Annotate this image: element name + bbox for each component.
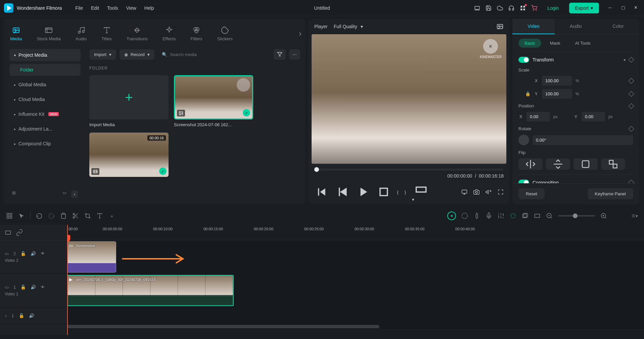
quality-dropdown[interactable]: Full Quality▾ [334, 24, 363, 29]
stop-button[interactable] [376, 185, 391, 199]
tab-transitions[interactable]: Transitions [124, 24, 150, 43]
zoom-out-button[interactable] [546, 212, 553, 219]
scale-x-input[interactable] [542, 76, 572, 86]
menu-tools[interactable]: Tools [107, 5, 118, 11]
split-button[interactable] [72, 212, 79, 219]
lock-icon[interactable]: 🔓 [19, 313, 24, 318]
display-button[interactable] [461, 189, 467, 195]
rotate-knob[interactable] [518, 135, 529, 145]
visibility-icon[interactable]: 👁 [41, 251, 45, 256]
sidebar-influence-kit[interactable]: ▸Influence KitNEW [9, 108, 81, 120]
sidebar-compound-clip[interactable]: ▸Compound Clip [9, 138, 81, 150]
keyframe-button[interactable] [629, 57, 634, 63]
snapshot-button[interactable] [496, 23, 504, 30]
headphone-icon[interactable] [508, 5, 514, 11]
text-button[interactable] [96, 212, 103, 219]
track-header-video-2[interactable]: ▭2 🔓 🔊 👁 Video 2 [0, 240, 67, 274]
layout-icon[interactable] [6, 212, 13, 219]
folder-icon[interactable]: ▭ [62, 190, 66, 198]
playhead[interactable] [67, 225, 68, 335]
clip-video[interactable]: km_20240706-1_1080p_30f_20240706_091515 … [67, 275, 234, 306]
keyframe-button[interactable] [629, 78, 634, 84]
save-icon[interactable] [486, 5, 492, 11]
track-header-video-1[interactable]: ▭1 🔓 🔊 👁 Video 1 [0, 274, 67, 307]
filter-icon[interactable] [274, 49, 286, 60]
reset-button[interactable]: Reset [518, 188, 545, 199]
voiceover-button[interactable] [486, 212, 492, 219]
track-video-2[interactable]: Screenshot ... ▭ [67, 240, 644, 274]
keyframe-button[interactable] [629, 91, 634, 97]
subtab-ai-tools[interactable]: AI Tools [569, 39, 597, 48]
clip-options-button[interactable]: ▾ [412, 182, 430, 202]
lock-icon[interactable]: 🔒 [525, 91, 531, 96]
tab-stickers[interactable]: Stickers [215, 24, 235, 43]
keyframe-button[interactable] [629, 180, 634, 183]
keyframe-panel-button[interactable]: Keyframe Panel [588, 188, 634, 199]
scrollbar-thumb[interactable] [67, 325, 379, 328]
mute-icon[interactable]: 🔊 [29, 313, 34, 318]
play-button[interactable] [356, 185, 370, 199]
zoom-slider[interactable] [558, 215, 595, 216]
render-button[interactable] [510, 212, 516, 219]
sidebar-adjustment-layer[interactable]: ▸Adjustment La... [9, 123, 81, 135]
track-header-audio-1[interactable]: ♪1 🔓 🔊 [0, 307, 67, 324]
zoom-in-button[interactable] [600, 212, 607, 219]
rotate-input[interactable] [533, 135, 633, 145]
visibility-icon[interactable]: 👁 [41, 285, 45, 290]
cart-icon[interactable] [531, 5, 537, 11]
timeline-options-icon[interactable] [5, 229, 11, 236]
apps-icon[interactable] [520, 5, 526, 11]
search-input[interactable] [170, 52, 266, 57]
cursor-icon[interactable] [18, 212, 25, 219]
device-icon[interactable] [474, 5, 480, 11]
prev-frame-button[interactable] [314, 185, 329, 199]
mute-icon[interactable]: 🔊 [31, 251, 36, 256]
timeline-ruler[interactable]: 00:00 00:00:05:00 00:00:10:00 00:00:15:0… [67, 225, 644, 240]
sidebar-cloud-media[interactable]: ▸Cloud Media [9, 93, 81, 105]
tabs-more-button[interactable]: › [299, 29, 302, 38]
transform-toggle[interactable] [518, 57, 529, 63]
props-tab-video[interactable]: Video [512, 19, 555, 34]
aspect-button[interactable] [534, 212, 541, 219]
menu-help[interactable]: Help [144, 5, 154, 11]
login-button[interactable]: Login [543, 3, 563, 13]
tab-effects[interactable]: Effects [160, 24, 179, 43]
export-button[interactable]: Export▾ [569, 3, 599, 13]
close-button[interactable]: ✕ [634, 5, 640, 11]
subtab-mask[interactable]: Mask [544, 39, 566, 48]
mark-out-button[interactable]: } [405, 190, 406, 195]
mute-icon[interactable]: 🔊 [31, 285, 36, 290]
flip-vertical-button[interactable] [546, 158, 570, 170]
collapse-sidebar-button[interactable]: ‹ [71, 190, 78, 198]
view-options-button[interactable]: ▾ [631, 212, 638, 219]
player-viewport[interactable]: K KINEMASTER [312, 34, 506, 164]
scale-y-input[interactable] [542, 89, 572, 99]
horizontal-scrollbar[interactable] [67, 324, 644, 329]
lock-icon[interactable]: 🔓 [20, 285, 26, 290]
sidebar-folder[interactable]: Folder [9, 64, 81, 76]
maximize-button[interactable]: ▢ [621, 5, 627, 11]
compositing-toggle[interactable] [518, 180, 529, 183]
keyframe-button[interactable] [629, 126, 634, 132]
import-dropdown[interactable]: Import▾ [89, 49, 116, 60]
tab-stock-media[interactable]: Stock Media [34, 24, 63, 43]
marker-button[interactable] [473, 212, 480, 219]
more-options-icon[interactable]: ⋯ [289, 49, 300, 60]
scrub-handle[interactable] [314, 167, 319, 172]
media-card-video[interactable]: 00:00:16 ✓ [89, 133, 169, 177]
menu-edit[interactable]: Edit [91, 5, 99, 11]
sidebar-global-media[interactable]: ▸Global Media [9, 79, 81, 91]
track-video-1[interactable]: km_20240706-1_1080p_30f_20240706_091515 … [67, 274, 644, 307]
media-card-screenshot[interactable]: ✓ Screenshot 2024-07-06 162... [174, 75, 253, 127]
search-box[interactable]: 🔍 [158, 49, 270, 60]
track-options-button[interactable] [522, 212, 528, 219]
mark-in-button[interactable]: { [397, 190, 399, 195]
speed-button[interactable] [461, 212, 468, 219]
record-dropdown[interactable]: ◉Record▾ [120, 49, 154, 60]
play-backward-button[interactable] [335, 185, 350, 199]
tab-filters[interactable]: Filters [188, 24, 205, 43]
camera-button[interactable] [473, 189, 479, 195]
tab-titles[interactable]: Titles [99, 24, 114, 43]
tab-media[interactable]: Media [7, 24, 25, 43]
player-scrubber[interactable] [314, 168, 504, 171]
